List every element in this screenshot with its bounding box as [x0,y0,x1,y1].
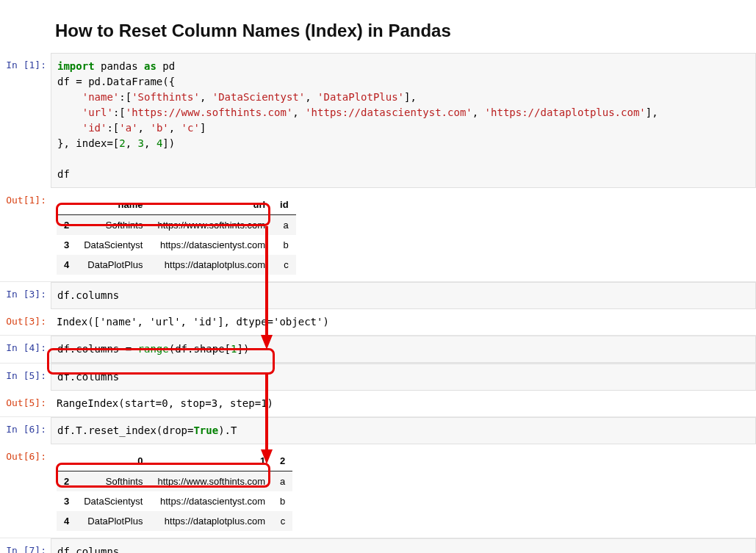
row-index: 2 [57,215,76,236]
table-header [57,451,76,471]
code-token: , [200,91,212,103]
code-token: 2 [119,137,125,149]
code-input-7[interactable]: df.columns [51,538,756,553]
code-token: , [305,91,317,103]
code-token: :[ [107,122,119,134]
table-header: 0 [76,451,150,471]
output-cell-5: Out[5]: RangeIndex(start=0, stop=3, step… [0,391,756,417]
code-token: df [57,168,70,180]
table-cell: Softhints [76,215,150,236]
table-header: 2 [273,451,292,471]
code-input-1[interactable]: import pandas as pd df = pd.DataFrame({ … [51,53,756,188]
output-area-6: 0 1 2 2 Softhints https://www.softhints.… [51,444,756,538]
out-prompt-3: Out[3]: [0,309,51,335]
table-cell: b [273,235,296,255]
in-prompt-5: In [5]: [0,364,51,391]
output-cell-6: Out[6]: 0 1 2 2 Softhints [0,444,756,538]
code-token: 'name' [82,91,120,103]
code-token [57,106,82,118]
code-token: 'https://www.softhints.com' [126,106,293,118]
code-cell-1: In [1]: import pandas as pd df = pd.Data… [0,53,756,188]
code-token: :[ [119,91,132,103]
row-index: 3 [57,235,76,255]
code-cell-5: In [5]: df.columns [0,364,756,391]
table-cell: https://dataplotplus.com [150,511,273,531]
table-cell: https://datascientyst.com [150,235,273,255]
table-row: 4 DataPlotPlus https://dataplotplus.com … [57,511,292,531]
code-input-4[interactable]: df.columns = range(df.shape[1]) [51,336,756,363]
code-token [57,122,82,134]
table-header: 1 [150,451,273,471]
code-input-6[interactable]: df.T.reset_index(drop=True).T [51,417,756,444]
in-prompt-6: In [6]: [0,417,51,444]
row-index: 3 [57,491,76,511]
code-input-5[interactable]: df.columns [51,364,756,391]
code-token: , [292,106,305,118]
table-row: 3 DataScientyst https://datascientyst.co… [57,491,292,511]
table-cell: https://datascientyst.com [150,491,273,511]
output-cell-1: Out[1]: name url id 2 Softh [0,188,756,282]
code-token: 'Softhints' [132,91,200,103]
code-cell-7: In [7]: df.columns [0,538,756,553]
code-token: 'https://dataplotplus.com' [485,106,646,118]
table-cell: https://www.softhints.com [150,215,273,236]
table-header-row: name url id [57,195,296,215]
output-text-3: Index(['name', 'url', 'id'], dtype='obje… [51,309,756,335]
table-cell: a [273,215,296,236]
code-token: , [169,122,181,134]
table-row: 2 Softhints https://www.softhints.com a [57,471,292,492]
output-text-5: RangeIndex(start=0, stop=3, step=1) [51,391,756,416]
dataframe-table-1: name url id 2 Softhints https://www.soft… [57,195,296,275]
code-token: 'c' [181,122,200,134]
code-token: ], [404,91,417,103]
code-token: :[ [113,106,126,118]
in-prompt-4: In [4]: [0,336,51,363]
code-token [57,91,82,103]
table-cell: c [273,511,292,531]
code-token: , [126,137,138,149]
page-title: How to Reset Column Names (Index) in Pan… [55,21,756,41]
code-token: df.T.reset_index(drop= [57,424,193,436]
table-header: url [150,195,273,215]
code-token: }, index=[ [57,137,119,149]
code-token: 'DataPlotPlus' [317,91,404,103]
out-prompt-6: Out[6]: [0,444,51,538]
table-header [57,195,76,215]
code-token: df = pd.DataFrame({ [57,76,175,87]
code-token: 'b' [150,122,168,134]
code-token: 'https://datascientyst.com' [305,106,472,118]
row-index: 2 [57,471,76,492]
row-index: 4 [57,511,76,531]
dataframe-table-2: 0 1 2 2 Softhints https://www.softhints.… [57,451,292,531]
code-token: 'url' [82,106,113,118]
code-token: ], [646,106,658,118]
code-token: , [144,137,156,149]
code-token: , [472,106,485,118]
code-token: 3 [138,137,144,149]
code-cell-6: In [6]: df.T.reset_index(drop=True).T [0,417,756,444]
output-area-1: name url id 2 Softhints https://www.soft… [51,188,756,281]
table-header: id [273,195,296,215]
code-token: pd [156,60,175,72]
code-input-3[interactable]: df.columns [51,282,756,309]
table-cell: https://dataplotplus.com [150,255,273,275]
code-token: , [138,122,151,134]
code-token: 'a' [119,122,137,134]
code-cell-3: In [3]: df.columns [0,282,756,309]
code-token: ]) [162,137,175,149]
code-token: pandas [95,60,144,72]
code-token: (df.shape[ [169,343,231,355]
table-row: 3 DataScientyst https://datascientyst.co… [57,235,296,255]
row-index: 4 [57,255,76,275]
table-header-row: 0 1 2 [57,451,292,471]
in-prompt-7: In [7]: [0,538,51,553]
table-cell: DataScientyst [76,491,150,511]
table-row: 4 DataPlotPlus https://dataplotplus.com … [57,255,296,275]
code-token: 'DataScientyst' [212,91,305,103]
code-token: ] [200,122,206,134]
code-token: True [193,424,218,436]
table-cell: DataScientyst [76,235,150,255]
code-token: df.columns = [57,343,138,355]
code-token: ).T [218,424,237,436]
table-cell: Softhints [76,471,150,492]
